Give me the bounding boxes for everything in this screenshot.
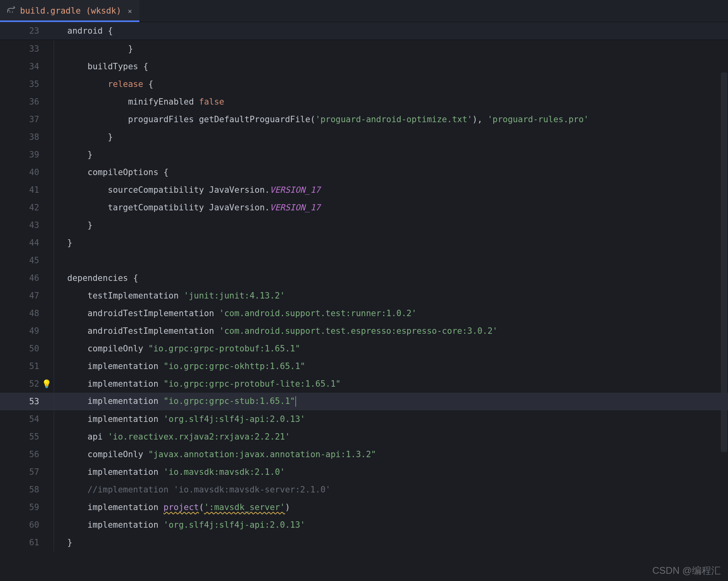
- token: 'proguard-android-optimize.txt': [316, 115, 473, 124]
- code-text[interactable]: implementation project(':mavsdk_server'): [53, 502, 290, 512]
- indent-guide: [54, 375, 54, 393]
- code-line[interactable]: 36 minifyEnabled false: [0, 93, 728, 111]
- code-line[interactable]: 55 api 'io.reactivex.rxjava2:rxjava:2.2.…: [0, 428, 728, 446]
- code-text[interactable]: implementation 'org.slf4j:slf4j-api:2.0.…: [53, 520, 305, 530]
- code-text[interactable]: }: [53, 132, 113, 142]
- code-line[interactable]: 42 targetCompatibility JavaVersion.VERSI…: [0, 199, 728, 216]
- gutter-margin: [39, 181, 54, 199]
- code-line[interactable]: 57 implementation 'io.mavsdk:mavsdk:2.1.…: [0, 463, 728, 481]
- code-text[interactable]: dependencies {: [53, 273, 138, 283]
- code-text[interactable]: sourceCompatibility JavaVersion.VERSION_…: [53, 185, 320, 195]
- code-text[interactable]: androidTestImplementation 'com.android.s…: [53, 326, 498, 336]
- gutter-margin: [39, 463, 54, 481]
- code-text[interactable]: }: [53, 150, 93, 159]
- gutter-margin: [39, 163, 54, 181]
- code-text[interactable]: compileOnly "io.grpc:grpc-protobuf:1.65.…: [53, 344, 300, 353]
- token: androidTestImplementation: [88, 309, 219, 318]
- code-line[interactable]: 53 implementation "io.grpc:grpc-stub:1.6…: [0, 393, 728, 410]
- indent-guide: [54, 357, 54, 375]
- indent-guide: [54, 40, 54, 58]
- code-text[interactable]: proguardFiles getDefaultProguardFile('pr…: [53, 115, 589, 124]
- code-line[interactable]: 48 androidTestImplementation 'com.androi…: [0, 305, 728, 322]
- code-text[interactable]: api 'io.reactivex.rxjava2:rxjava:2.2.21': [53, 432, 290, 442]
- token: implementation: [88, 361, 164, 371]
- token: ':mavsdk_server': [204, 502, 285, 512]
- code-line[interactable]: 35 release {: [0, 75, 728, 93]
- code-line[interactable]: 54 implementation 'org.slf4j:slf4j-api:2…: [0, 410, 728, 428]
- indent-guide: [54, 287, 54, 305]
- code-text[interactable]: buildTypes {: [53, 62, 148, 71]
- sticky-scroll-header[interactable]: 23 android {: [0, 22, 728, 40]
- token: }: [88, 150, 93, 159]
- code-line[interactable]: 43 }: [0, 216, 728, 234]
- code-line[interactable]: 38 }: [0, 128, 728, 146]
- editor-tab[interactable]: build.gradle (wksdk) ×: [0, 0, 139, 22]
- token: "io.grpc:grpc-protobuf-lite:1.65.1": [163, 379, 341, 389]
- gutter-margin: [39, 40, 54, 58]
- code-line[interactable]: 56 compileOnly "javax.annotation:javax.a…: [0, 446, 728, 463]
- code-line[interactable]: 47 testImplementation 'junit:junit:4.13.…: [0, 287, 728, 305]
- code-line[interactable]: 49 androidTestImplementation 'com.androi…: [0, 322, 728, 340]
- lightbulb-icon[interactable]: 💡: [42, 379, 52, 389]
- indent-guide: [54, 75, 54, 93]
- code-text[interactable]: compileOptions {: [53, 167, 169, 177]
- code-text[interactable]: }: [53, 538, 72, 547]
- close-icon[interactable]: ×: [128, 7, 132, 15]
- code-line[interactable]: 51 implementation "io.grpc:grpc-okhttp:1…: [0, 357, 728, 375]
- gutter-margin: [39, 305, 54, 322]
- gutter-margin: [39, 516, 54, 534]
- gutter-margin: [39, 287, 54, 305]
- code-line[interactable]: 37 proguardFiles getDefaultProguardFile(…: [0, 111, 728, 128]
- code-text[interactable]: compileOnly "javax.annotation:javax.anno…: [53, 450, 376, 459]
- indent-guide: [54, 93, 54, 111]
- indent-guide: [54, 322, 54, 340]
- code-line[interactable]: 59 implementation project(':mavsdk_serve…: [0, 498, 728, 516]
- indent-guide: [54, 498, 54, 516]
- token: implementation: [88, 414, 164, 424]
- code-text[interactable]: }: [53, 44, 133, 54]
- code-text[interactable]: targetCompatibility JavaVersion.VERSION_…: [53, 203, 320, 212]
- token: 'proguard-rules.pro': [487, 115, 589, 124]
- code-line[interactable]: 58 //implementation 'io.mavsdk:mavsdk-se…: [0, 481, 728, 498]
- indent-guide: [54, 252, 54, 269]
- gutter-margin: 💡: [39, 375, 54, 393]
- code-line[interactable]: 52💡 implementation "io.grpc:grpc-protobu…: [0, 375, 728, 393]
- token: }: [128, 44, 133, 54]
- token: "io.grpc:grpc-okhttp:1.65.1": [163, 361, 305, 371]
- code-editor[interactable]: 33 }34 buildTypes {35 release {36 minify…: [0, 40, 728, 581]
- gutter-margin: [39, 357, 54, 375]
- code-text[interactable]: implementation "io.grpc:grpc-stub:1.65.1…: [53, 396, 296, 407]
- code-text[interactable]: implementation "io.grpc:grpc-protobuf-li…: [53, 379, 341, 389]
- code-text[interactable]: }: [53, 238, 72, 248]
- code-text[interactable]: minifyEnabled false: [53, 97, 224, 107]
- gutter-margin: [39, 93, 54, 111]
- code-line[interactable]: 45: [0, 252, 728, 269]
- code-line[interactable]: 61}: [0, 534, 728, 551]
- code-line[interactable]: 41 sourceCompatibility JavaVersion.VERSI…: [0, 181, 728, 199]
- gutter-margin: [39, 146, 54, 163]
- code-line[interactable]: 60 implementation 'org.slf4j:slf4j-api:2…: [0, 516, 728, 534]
- code-text[interactable]: implementation 'org.slf4j:slf4j-api:2.0.…: [53, 414, 305, 424]
- code-text[interactable]: implementation 'io.mavsdk:mavsdk:2.1.0': [53, 467, 285, 477]
- code-text[interactable]: testImplementation 'junit:junit:4.13.2': [53, 291, 285, 301]
- code-line[interactable]: 50 compileOnly "io.grpc:grpc-protobuf:1.…: [0, 340, 728, 357]
- token: 'com.android.support.test.espresso:espre…: [219, 326, 497, 336]
- code-line[interactable]: 39 }: [0, 146, 728, 163]
- code-line[interactable]: 40 compileOptions {: [0, 163, 728, 181]
- code-text[interactable]: release {: [53, 79, 153, 89]
- token: implementation: [88, 520, 164, 530]
- code-text[interactable]: }: [53, 220, 93, 230]
- gutter-margin: [39, 252, 54, 269]
- gutter-margin: [39, 234, 54, 252]
- code-line[interactable]: 33 }: [0, 40, 728, 58]
- token: "io.grpc:grpc-stub:1.65.1": [163, 396, 295, 406]
- token: 'io.reactivex.rxjava2:rxjava:2.2.21': [108, 432, 290, 442]
- code-line[interactable]: 34 buildTypes {: [0, 58, 728, 75]
- indent-guide: [54, 111, 54, 128]
- token: (: [199, 502, 204, 512]
- code-text[interactable]: androidTestImplementation 'com.android.s…: [53, 309, 416, 318]
- code-text[interactable]: //implementation 'io.mavsdk:mavsdk-serve…: [53, 485, 330, 494]
- code-text[interactable]: implementation "io.grpc:grpc-okhttp:1.65…: [53, 361, 305, 371]
- code-line[interactable]: 44}: [0, 234, 728, 252]
- code-line[interactable]: 46dependencies {: [0, 269, 728, 287]
